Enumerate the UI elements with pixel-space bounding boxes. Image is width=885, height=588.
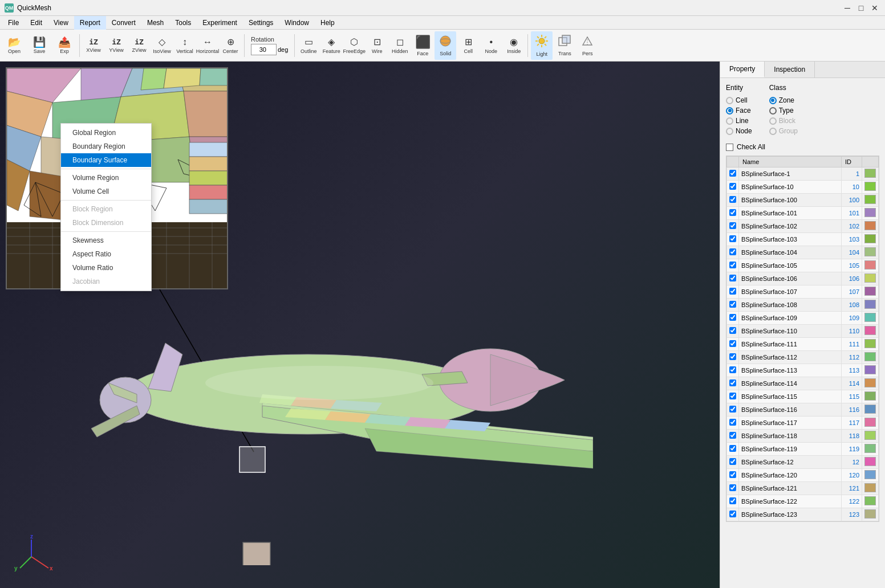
class-block-option[interactable]: Block <box>769 117 798 125</box>
menu-settings[interactable]: Settings <box>243 16 279 30</box>
table-row[interactable]: BSplineSurface-106 106 <box>727 272 879 285</box>
entity-cell-option[interactable]: Cell <box>726 96 752 104</box>
menu-tools[interactable]: Tools <box>169 16 197 30</box>
table-row[interactable]: BSplineSurface-115 115 <box>727 390 879 403</box>
table-row[interactable]: BSplineSurface-121 121 <box>727 482 879 495</box>
table-row[interactable]: BSplineSurface-112 112 <box>727 351 879 364</box>
menu-window[interactable]: Window <box>279 16 315 30</box>
yview-button[interactable]: iZ YView <box>105 31 127 60</box>
tab-inspection[interactable]: Inspection <box>765 62 815 77</box>
class-type-option[interactable]: Type <box>769 107 798 115</box>
freeedge-button[interactable]: ⬡ FreeEdge <box>343 31 365 60</box>
dropdown-item-boundary-region[interactable]: Boundary Region <box>61 140 151 153</box>
row-checkbox[interactable] <box>729 471 736 478</box>
surface-table-container[interactable]: Name ID BSplineSurface-1 1 BSplineSurfac… <box>726 156 879 522</box>
row-checkbox[interactable] <box>729 288 736 295</box>
row-checkbox[interactable] <box>729 275 736 281</box>
table-row[interactable]: BSplineSurface-10 10 <box>727 181 879 194</box>
table-row[interactable]: BSplineSurface-109 109 <box>727 312 879 325</box>
entity-node-option[interactable]: Node <box>726 127 752 135</box>
row-checkbox[interactable] <box>729 366 736 373</box>
menu-report[interactable]: Report <box>74 16 106 30</box>
table-row[interactable]: BSplineSurface-100 100 <box>727 194 879 207</box>
inside-button[interactable]: ◉ Inside <box>503 31 525 60</box>
row-checkbox[interactable] <box>729 340 736 347</box>
entity-line-option[interactable]: Line <box>726 117 752 125</box>
cell-button[interactable]: ⊞ Cell <box>457 31 479 60</box>
hidden-button[interactable]: ◻ Hidden <box>389 31 411 60</box>
row-checkbox[interactable] <box>729 445 736 452</box>
dropdown-item-global-region[interactable]: Global Region <box>61 126 151 140</box>
menu-view[interactable]: View <box>48 16 74 30</box>
table-row[interactable]: BSplineSurface-104 104 <box>727 246 879 259</box>
menu-convert[interactable]: Convert <box>106 16 141 30</box>
horizontal-button[interactable]: ↔ Horizontal <box>197 31 218 60</box>
row-checkbox[interactable] <box>729 170 736 177</box>
table-row[interactable]: BSplineSurface-108 108 <box>727 299 879 312</box>
row-checkbox[interactable] <box>729 327 736 334</box>
open-button[interactable]: 📂 Open <box>2 31 26 60</box>
table-row[interactable]: BSplineSurface-122 122 <box>727 495 879 508</box>
table-row[interactable]: BSplineSurface-120 120 <box>727 469 879 482</box>
minimize-button[interactable]: ─ <box>842 2 853 14</box>
row-checkbox[interactable] <box>729 196 736 203</box>
tab-property[interactable]: Property <box>720 62 765 77</box>
isoview-button[interactable]: ◇ IsoView <box>151 31 173 60</box>
wire-button[interactable]: ⊡ Wire <box>366 31 388 60</box>
table-row[interactable]: BSplineSurface-119 119 <box>727 443 879 456</box>
table-row[interactable]: BSplineSurface-123 123 <box>727 508 879 521</box>
dropdown-item-volume-region[interactable]: Volume Region <box>61 171 151 185</box>
trans-button[interactable]: Trans <box>554 31 575 60</box>
outline-button[interactable]: ▭ Outline <box>298 31 319 60</box>
menu-experiment[interactable]: Experiment <box>197 16 243 30</box>
class-zone-option[interactable]: Zone <box>769 96 798 104</box>
row-checkbox[interactable] <box>729 406 736 413</box>
check-all-checkbox[interactable] <box>726 144 733 151</box>
table-row[interactable]: BSplineSurface-114 114 <box>727 377 879 390</box>
dropdown-item-volume-cell[interactable]: Volume Cell <box>61 185 151 198</box>
dropdown-item-volume-ratio[interactable]: Volume Ratio <box>61 261 151 275</box>
row-checkbox[interactable] <box>729 484 736 491</box>
table-row[interactable]: BSplineSurface-1 1 <box>727 168 879 181</box>
solid-button[interactable]: Solid <box>435 31 456 60</box>
row-checkbox[interactable] <box>729 209 736 216</box>
viewport[interactable]: x y z Global Region Boundary Region Boun… <box>0 62 720 588</box>
entity-face-option[interactable]: Face <box>726 107 752 115</box>
close-button[interactable]: ✕ <box>869 2 880 14</box>
center-button[interactable]: ⊕ Center <box>220 31 241 60</box>
table-row[interactable]: BSplineSurface-113 113 <box>727 364 879 377</box>
feature-button[interactable]: ◈ Feature <box>320 31 342 60</box>
light-button[interactable]: Light <box>531 31 553 60</box>
row-checkbox[interactable] <box>729 235 736 242</box>
row-checkbox[interactable] <box>729 314 736 321</box>
menu-mesh[interactable]: Mesh <box>141 16 169 30</box>
row-checkbox[interactable] <box>729 222 736 229</box>
node-button[interactable]: • Node <box>480 31 502 60</box>
row-checkbox[interactable] <box>729 458 736 465</box>
menu-help[interactable]: Help <box>315 16 340 30</box>
vertical-button[interactable]: ↕ Vertical <box>174 31 196 60</box>
dropdown-item-boundary-surface[interactable]: Boundary Surface <box>61 153 151 167</box>
row-checkbox[interactable] <box>729 262 736 268</box>
menu-edit[interactable]: Edit <box>25 16 48 30</box>
table-row[interactable]: BSplineSurface-103 103 <box>727 233 879 246</box>
row-checkbox[interactable] <box>729 419 736 426</box>
class-group-option[interactable]: Group <box>769 127 798 135</box>
maximize-button[interactable]: □ <box>855 2 867 14</box>
xview-button[interactable]: iZ XView <box>83 31 104 60</box>
row-checkbox[interactable] <box>729 393 736 399</box>
table-row[interactable]: BSplineSurface-101 101 <box>727 207 879 220</box>
table-row[interactable]: BSplineSurface-105 105 <box>727 259 879 272</box>
zview-button[interactable]: iZ ZView <box>128 31 150 60</box>
check-all-row[interactable]: Check All <box>726 143 879 151</box>
face-button[interactable]: ⬛ Face <box>412 31 433 60</box>
dropdown-item-skewness[interactable]: Skewness <box>61 234 151 247</box>
table-row[interactable]: BSplineSurface-110 110 <box>727 325 879 338</box>
table-row[interactable]: BSplineSurface-107 107 <box>727 285 879 299</box>
save-button[interactable]: 💾 Save <box>27 31 51 60</box>
row-checkbox[interactable] <box>729 353 736 360</box>
menu-file[interactable]: File <box>2 16 25 30</box>
export-button[interactable]: 📤 Exp <box>52 31 76 60</box>
rotation-input[interactable] <box>251 44 277 55</box>
row-checkbox[interactable] <box>729 248 736 255</box>
